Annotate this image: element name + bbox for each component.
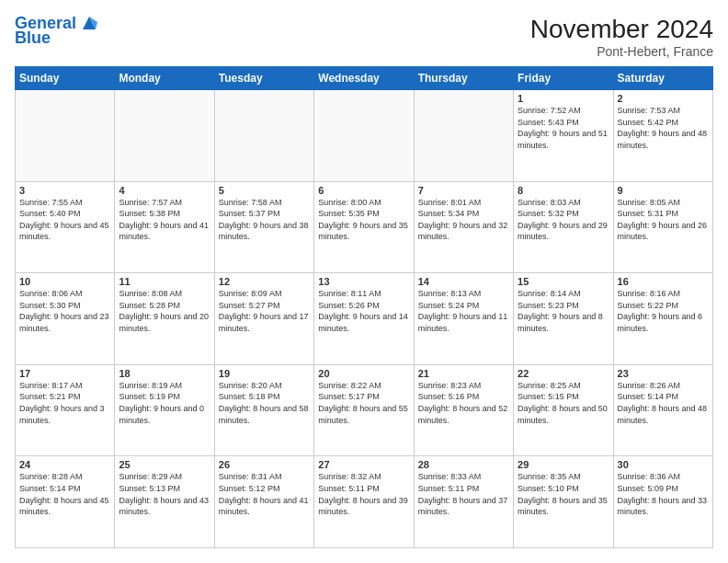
calendar-cell: 15Sunrise: 8:14 AM Sunset: 5:23 PM Dayli… (514, 273, 613, 365)
day-info: Sunrise: 8:28 AM Sunset: 5:14 PM Dayligh… (19, 471, 110, 517)
calendar-week-1: 3Sunrise: 7:55 AM Sunset: 5:40 PM Daylig… (16, 181, 713, 273)
calendar-cell: 6Sunrise: 8:00 AM Sunset: 5:35 PM Daylig… (314, 181, 414, 273)
day-number: 24 (19, 459, 110, 470)
day-number: 23 (618, 368, 709, 379)
day-info: Sunrise: 8:31 AM Sunset: 5:12 PM Dayligh… (219, 471, 310, 517)
day-info: Sunrise: 7:58 AM Sunset: 5:37 PM Dayligh… (219, 197, 310, 243)
day-info: Sunrise: 8:19 AM Sunset: 5:19 PM Dayligh… (119, 380, 210, 426)
day-number: 30 (618, 459, 709, 470)
logo-line2: Blue (15, 29, 51, 48)
calendar-cell: 11Sunrise: 8:08 AM Sunset: 5:28 PM Dayli… (115, 273, 214, 365)
day-info: Sunrise: 8:35 AM Sunset: 5:10 PM Dayligh… (518, 471, 609, 517)
calendar-cell: 10Sunrise: 8:06 AM Sunset: 5:30 PM Dayli… (16, 273, 115, 365)
calendar-cell: 24Sunrise: 8:28 AM Sunset: 5:14 PM Dayli… (16, 456, 115, 548)
day-info: Sunrise: 7:52 AM Sunset: 5:43 PM Dayligh… (518, 105, 609, 151)
day-number: 25 (119, 459, 210, 470)
logo: General Blue (15, 15, 99, 48)
calendar-cell: 12Sunrise: 8:09 AM Sunset: 5:27 PM Dayli… (214, 273, 313, 365)
day-number: 2 (618, 93, 709, 104)
calendar-cell: 1Sunrise: 7:52 AM Sunset: 5:43 PM Daylig… (514, 90, 613, 182)
day-info: Sunrise: 8:36 AM Sunset: 5:09 PM Dayligh… (618, 471, 709, 517)
day-info: Sunrise: 7:55 AM Sunset: 5:40 PM Dayligh… (19, 197, 110, 243)
calendar-cell: 14Sunrise: 8:13 AM Sunset: 5:24 PM Dayli… (414, 273, 513, 365)
calendar-cell: 18Sunrise: 8:19 AM Sunset: 5:19 PM Dayli… (115, 364, 214, 456)
calendar-week-0: 1Sunrise: 7:52 AM Sunset: 5:43 PM Daylig… (16, 90, 713, 182)
day-info: Sunrise: 8:22 AM Sunset: 5:17 PM Dayligh… (318, 380, 409, 426)
day-info: Sunrise: 8:16 AM Sunset: 5:22 PM Dayligh… (618, 288, 709, 334)
location: Pont-Hebert, France (530, 44, 713, 59)
calendar-cell: 9Sunrise: 8:05 AM Sunset: 5:31 PM Daylig… (613, 181, 712, 273)
calendar-cell: 21Sunrise: 8:23 AM Sunset: 5:16 PM Dayli… (414, 364, 513, 456)
calendar-cell: 13Sunrise: 8:11 AM Sunset: 5:26 PM Dayli… (314, 273, 414, 365)
logo-icon (79, 13, 99, 33)
day-info: Sunrise: 8:23 AM Sunset: 5:16 PM Dayligh… (418, 380, 509, 426)
day-info: Sunrise: 8:05 AM Sunset: 5:31 PM Dayligh… (618, 197, 709, 243)
day-number: 3 (19, 185, 110, 196)
calendar-cell: 5Sunrise: 7:58 AM Sunset: 5:37 PM Daylig… (214, 181, 313, 273)
day-info: Sunrise: 8:20 AM Sunset: 5:18 PM Dayligh… (219, 380, 310, 426)
calendar-cell: 7Sunrise: 8:01 AM Sunset: 5:34 PM Daylig… (414, 181, 513, 273)
calendar-cell: 20Sunrise: 8:22 AM Sunset: 5:17 PM Dayli… (314, 364, 414, 456)
day-number: 5 (219, 185, 310, 196)
calendar-cell: 30Sunrise: 8:36 AM Sunset: 5:09 PM Dayli… (613, 456, 712, 548)
day-number: 20 (318, 368, 409, 379)
day-number: 19 (219, 368, 310, 379)
day-number: 16 (618, 276, 709, 287)
calendar-table: Sunday Monday Tuesday Wednesday Thursday… (15, 66, 713, 548)
calendar-cell: 27Sunrise: 8:32 AM Sunset: 5:11 PM Dayli… (314, 456, 414, 548)
day-info: Sunrise: 8:11 AM Sunset: 5:26 PM Dayligh… (318, 288, 409, 334)
day-number: 21 (418, 368, 509, 379)
day-info: Sunrise: 8:32 AM Sunset: 5:11 PM Dayligh… (318, 471, 409, 517)
calendar-cell (414, 90, 513, 182)
day-number: 18 (119, 368, 210, 379)
col-friday: Friday (514, 67, 613, 90)
col-tuesday: Tuesday (214, 67, 313, 90)
day-info: Sunrise: 8:09 AM Sunset: 5:27 PM Dayligh… (219, 288, 310, 334)
day-number: 14 (418, 276, 509, 287)
calendar-week-4: 24Sunrise: 8:28 AM Sunset: 5:14 PM Dayli… (16, 456, 713, 548)
day-number: 12 (219, 276, 310, 287)
calendar-cell (214, 90, 313, 182)
calendar-cell: 23Sunrise: 8:26 AM Sunset: 5:14 PM Dayli… (613, 364, 712, 456)
calendar-cell: 8Sunrise: 8:03 AM Sunset: 5:32 PM Daylig… (514, 181, 613, 273)
col-thursday: Thursday (414, 67, 513, 90)
day-number: 11 (119, 276, 210, 287)
calendar-week-2: 10Sunrise: 8:06 AM Sunset: 5:30 PM Dayli… (16, 273, 713, 365)
day-number: 4 (119, 185, 210, 196)
month-title: November 2024 (530, 15, 713, 44)
calendar-cell (314, 90, 414, 182)
day-number: 8 (518, 185, 609, 196)
day-info: Sunrise: 8:00 AM Sunset: 5:35 PM Dayligh… (318, 197, 409, 243)
day-number: 7 (418, 185, 509, 196)
calendar-cell: 25Sunrise: 8:29 AM Sunset: 5:13 PM Dayli… (115, 456, 214, 548)
day-info: Sunrise: 8:33 AM Sunset: 5:11 PM Dayligh… (418, 471, 509, 517)
day-number: 26 (219, 459, 310, 470)
day-number: 9 (618, 185, 709, 196)
day-info: Sunrise: 8:17 AM Sunset: 5:21 PM Dayligh… (19, 380, 110, 426)
day-number: 28 (418, 459, 509, 470)
day-number: 29 (518, 459, 609, 470)
day-info: Sunrise: 8:13 AM Sunset: 5:24 PM Dayligh… (418, 288, 509, 334)
day-number: 10 (19, 276, 110, 287)
day-number: 13 (318, 276, 409, 287)
calendar-cell: 16Sunrise: 8:16 AM Sunset: 5:22 PM Dayli… (613, 273, 712, 365)
day-number: 27 (318, 459, 409, 470)
day-number: 6 (318, 185, 409, 196)
day-number: 22 (518, 368, 609, 379)
calendar-cell: 3Sunrise: 7:55 AM Sunset: 5:40 PM Daylig… (16, 181, 115, 273)
day-info: Sunrise: 8:03 AM Sunset: 5:32 PM Dayligh… (518, 197, 609, 243)
day-info: Sunrise: 8:26 AM Sunset: 5:14 PM Dayligh… (618, 380, 709, 426)
day-info: Sunrise: 7:57 AM Sunset: 5:38 PM Dayligh… (119, 197, 210, 243)
day-number: 15 (518, 276, 609, 287)
calendar-week-3: 17Sunrise: 8:17 AM Sunset: 5:21 PM Dayli… (16, 364, 713, 456)
day-number: 17 (19, 368, 110, 379)
col-saturday: Saturday (613, 67, 712, 90)
page: General Blue November 2024 Pont-Hebert, … (0, 0, 728, 563)
calendar-cell: 17Sunrise: 8:17 AM Sunset: 5:21 PM Dayli… (16, 364, 115, 456)
col-monday: Monday (115, 67, 214, 90)
col-sunday: Sunday (16, 67, 115, 90)
day-info: Sunrise: 8:06 AM Sunset: 5:30 PM Dayligh… (19, 288, 110, 334)
calendar-cell: 2Sunrise: 7:53 AM Sunset: 5:42 PM Daylig… (613, 90, 712, 182)
day-number: 1 (518, 93, 609, 104)
calendar-cell: 4Sunrise: 7:57 AM Sunset: 5:38 PM Daylig… (115, 181, 214, 273)
